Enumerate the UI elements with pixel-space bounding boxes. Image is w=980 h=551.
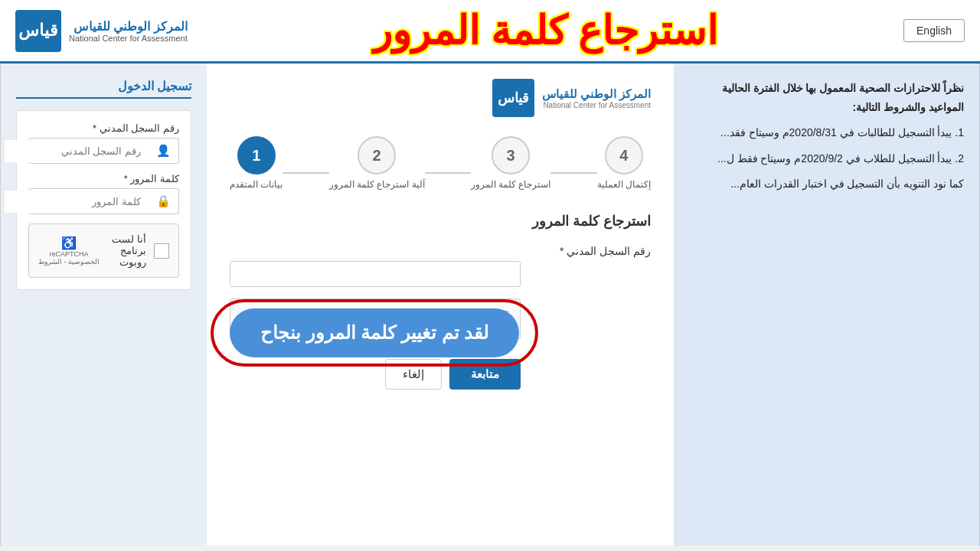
step-2-label: آلية استرجاع كلمة المرور: [329, 179, 425, 190]
top-header: English استرجاع كلمة المرور المركز الوطن…: [0, 0, 980, 64]
logo-text: المركز الوطني للقياس National Center for…: [69, 19, 188, 43]
step-1: 1 بيانات المتقدم: [230, 136, 283, 190]
content-logo-english: National Center for Assessment: [542, 101, 651, 109]
logo-english: National Center for Assessment: [69, 34, 188, 43]
step-line-3-4: [550, 172, 596, 174]
id-field-label: رقم السجل المدني *: [230, 245, 651, 257]
step-3-label: استرجاع كلمة المرور: [471, 179, 551, 190]
content-logo-icon: قياس: [492, 79, 534, 117]
sidebar-login-section: رقم السجل المدني * 👤 كلمة المرور * 🔒 أنا…: [16, 110, 191, 290]
sidebar-recaptcha-text: reCAPTCHA: [50, 250, 89, 258]
step-2-circle: 2: [358, 136, 396, 174]
steps-row: 4 إكتمال العملية 3 استرجاع كلمة المرور 2…: [230, 136, 651, 190]
page-title: استرجاع كلمة المرور: [188, 8, 903, 54]
content-logo-arabic: المركز الوطني للقياس: [542, 87, 651, 101]
step-4-circle: 4: [605, 136, 643, 174]
cancel-button[interactable]: إلغاء: [385, 359, 442, 390]
content-logo-bar: المركز الوطني للقياس National Center for…: [230, 79, 651, 117]
sidebar-captcha-box: أنا لست برنامج روبوت ♿ reCAPTCHA الخصوصي…: [28, 223, 179, 278]
buttons-row: متابعة إلغاء: [230, 359, 521, 390]
sidebar-recaptcha-subtext: الخصوصية - الشروط: [38, 258, 100, 266]
english-button[interactable]: English: [903, 19, 965, 42]
form-title: استرجاع كلمة المرور: [230, 213, 651, 230]
step-line-1-2: [283, 172, 328, 174]
step-4-label: إكتمال العملية: [597, 179, 651, 190]
notice-item-2: 2. يبدأ التسجيل للطلاب في 2020/9/2م وسيت…: [689, 149, 964, 168]
notice-item-1: 1. يبدأ التسجيل للطالبات في 2020/8/31م و…: [689, 123, 964, 142]
sidebar-captcha-logo: ♿ reCAPTCHA الخصوصية - الشروط: [38, 236, 100, 266]
sidebar-captcha-label: أنا لست برنامج روبوت: [107, 233, 146, 268]
sidebar-id-wrapper: 👤: [28, 138, 179, 164]
step-3-circle: 3: [492, 136, 530, 174]
notice-text: نظراً للاحترازات الصحية المعمول بها خلال…: [689, 79, 964, 194]
notice-panel: نظراً للاحترازات الصحية المعمول بها خلال…: [674, 64, 980, 546]
notice-item-3: كما نود التنويه بأن التسجيل في اختبار ال…: [689, 174, 964, 194]
sidebar-password-input[interactable]: [5, 191, 149, 213]
logo-icon: قياس: [15, 10, 61, 52]
sidebar-id-input[interactable]: [5, 140, 149, 162]
logo-arabic: المركز الوطني للقياس: [69, 19, 188, 34]
main-content: المركز الوطني للقياس National Center for…: [207, 64, 674, 546]
continue-button[interactable]: متابعة: [449, 359, 521, 390]
step-1-circle: 1: [237, 136, 276, 174]
sidebar-login-title: تسجيل الدخول: [16, 79, 191, 99]
step-3: 3 استرجاع كلمة المرور: [471, 136, 551, 190]
id-input[interactable]: [230, 261, 521, 287]
success-overlay: لقد تم تغيير كلمة المرور بنجاح: [230, 308, 519, 357]
lock-icon: 🔒: [149, 189, 178, 214]
sidebar-password-wrapper: 🔒: [28, 188, 179, 214]
success-bubble-wrapper: لقد تم تغيير كلمة المرور بنجاح: [230, 308, 519, 357]
sidebar-recaptcha-icon: ♿: [61, 236, 77, 250]
sidebar-password-label: كلمة المرور *: [28, 173, 179, 184]
left-sidebar: تسجيل الدخول رقم السجل المدني * 👤 كلمة ا…: [0, 64, 207, 546]
header-logo: المركز الوطني للقياس National Center for…: [15, 10, 188, 52]
sidebar-captcha-checkbox[interactable]: [154, 243, 169, 259]
step-4: 4 إكتمال العملية: [597, 136, 651, 190]
sidebar-id-label: رقم السجل المدني *: [28, 122, 179, 134]
main-layout: نظراً للاحترازات الصحية المعمول بها خلال…: [0, 64, 980, 546]
step-2: 2 آلية استرجاع كلمة المرور: [329, 136, 425, 190]
step-line-2-3: [425, 172, 471, 174]
notice-bold: نظراً للاحترازات الصحية المعمول بها خلال…: [689, 79, 964, 117]
step-1-label: بيانات المتقدم: [230, 179, 283, 190]
success-message: لقد تم تغيير كلمة المرور بنجاح: [230, 308, 519, 357]
content-logo-text: المركز الوطني للقياس National Center for…: [542, 87, 651, 109]
user-icon: 👤: [149, 139, 178, 163]
